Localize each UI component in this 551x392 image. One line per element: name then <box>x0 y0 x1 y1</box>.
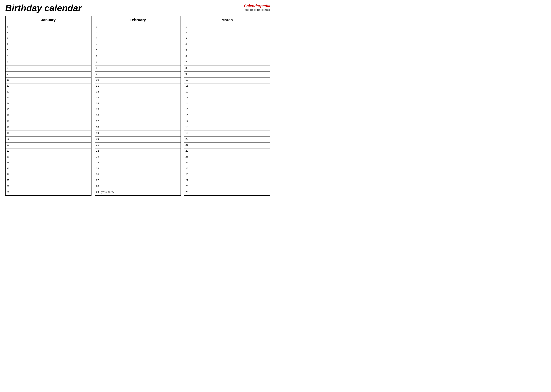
day-cell-18: 18 <box>184 125 270 131</box>
day-number: 24 <box>185 161 190 164</box>
day-number: 11 <box>96 84 100 87</box>
day-number: 20 <box>96 137 100 140</box>
table-row: 25 <box>95 166 181 172</box>
day-number: 9 <box>185 72 190 75</box>
month-table-february: February12345678910111213141516171819202… <box>95 16 181 196</box>
table-row: 26 <box>184 172 270 178</box>
day-number: 15 <box>96 108 100 111</box>
day-number: 21 <box>96 143 100 146</box>
day-cell-15: 15 <box>95 107 181 113</box>
day-number: 5 <box>7 49 11 52</box>
day-cell-7: 7 <box>95 60 181 66</box>
day-number: 13 <box>185 96 190 99</box>
day-number: 23 <box>96 155 100 158</box>
day-number: 26 <box>96 173 100 176</box>
day-number: 26 <box>7 173 11 176</box>
day-cell-9: 9 <box>184 71 270 77</box>
table-row: 20 <box>95 136 181 142</box>
page-title: Birthday calendar <box>5 3 82 13</box>
day-cell-6: 6 <box>184 54 270 60</box>
table-row: 19 <box>184 131 270 136</box>
day-cell-8: 8 <box>5 66 91 71</box>
day-number: 15 <box>7 108 11 111</box>
day-cell-11: 11 <box>5 83 91 89</box>
day-number: 24 <box>96 161 100 164</box>
day-number: 1 <box>96 25 100 28</box>
table-row: 23 <box>5 154 91 160</box>
table-row: 6 <box>184 54 270 60</box>
day-number: 23 <box>185 155 190 158</box>
day-cell-12: 12 <box>5 89 91 95</box>
day-cell-18: 18 <box>95 125 181 131</box>
table-row: 9 <box>184 71 270 77</box>
day-cell-14: 14 <box>5 101 91 107</box>
table-row: 21 <box>5 142 91 148</box>
logo-subtitle: Your source for calendars <box>244 8 270 12</box>
table-row: 14 <box>5 101 91 107</box>
day-cell-23: 23 <box>184 154 270 160</box>
day-number: 17 <box>185 119 190 123</box>
table-row: 8 <box>5 66 91 71</box>
day-number: 3 <box>185 37 190 40</box>
table-row: 3 <box>184 36 270 42</box>
day-cell-4: 4 <box>5 42 91 48</box>
table-row: 4 <box>5 42 91 48</box>
day-number: 19 <box>7 131 11 134</box>
day-number: 7 <box>7 61 11 63</box>
day-cell-26: 26 <box>95 172 181 178</box>
day-cell-17: 17 <box>95 119 181 125</box>
table-row: 13 <box>5 95 91 101</box>
month-header-february: February <box>95 16 181 24</box>
table-row: 3 <box>95 36 181 42</box>
table-row: 24 <box>95 160 181 166</box>
day-cell-23: 23 <box>95 154 181 160</box>
day-cell-21: 21 <box>184 142 270 148</box>
day-number: 24 <box>7 161 11 164</box>
day-number: 27 <box>96 179 100 182</box>
table-row: 12 <box>184 89 270 95</box>
day-cell-16: 16 <box>5 113 91 119</box>
day-cell-27: 27 <box>5 178 91 184</box>
table-row: 11 <box>5 83 91 89</box>
day-cell-8: 8 <box>184 66 270 71</box>
day-number: 14 <box>96 102 100 105</box>
table-row: 2 <box>95 30 181 36</box>
day-cell-9: 9 <box>95 71 181 77</box>
day-number: 20 <box>7 137 11 140</box>
table-row: 13 <box>95 95 181 101</box>
table-row: 15 <box>184 107 270 113</box>
day-number: 10 <box>96 78 100 81</box>
day-cell-2: 2 <box>95 30 181 36</box>
day-number: 27 <box>185 179 190 182</box>
table-row: 20 <box>184 136 270 142</box>
month-table-january: January123456789101112131415161718192021… <box>5 16 92 196</box>
day-cell-25: 25 <box>5 166 91 172</box>
table-row: 4 <box>95 42 181 48</box>
month-header-march: March <box>184 16 270 24</box>
day-number: 26 <box>185 173 190 176</box>
day-cell-5: 5 <box>95 48 181 54</box>
table-row: 27 <box>184 178 270 184</box>
table-row: 9 <box>5 71 91 77</box>
day-cell-1: 1 <box>5 24 91 30</box>
day-number: 25 <box>7 167 11 170</box>
day-cell-22: 22 <box>5 148 91 154</box>
day-number: 9 <box>96 72 100 75</box>
day-number: 29 <box>96 190 100 194</box>
table-row: 16 <box>95 113 181 119</box>
table-row: 17 <box>5 119 91 125</box>
table-row: 22 <box>5 148 91 154</box>
day-number: 21 <box>185 143 190 146</box>
day-number: 29 <box>185 190 190 194</box>
day-cell-29: 29 <box>184 190 270 196</box>
table-row: 26 <box>95 172 181 178</box>
table-row: 12 <box>5 89 91 95</box>
table-row: 14 <box>184 101 270 107</box>
day-number: 10 <box>185 78 190 81</box>
day-number: 25 <box>185 167 190 170</box>
day-cell-23: 23 <box>5 154 91 160</box>
day-cell-18: 18 <box>5 125 91 131</box>
month-header-january: January <box>5 16 91 24</box>
day-cell-9: 9 <box>5 71 91 77</box>
day-cell-15: 15 <box>184 107 270 113</box>
